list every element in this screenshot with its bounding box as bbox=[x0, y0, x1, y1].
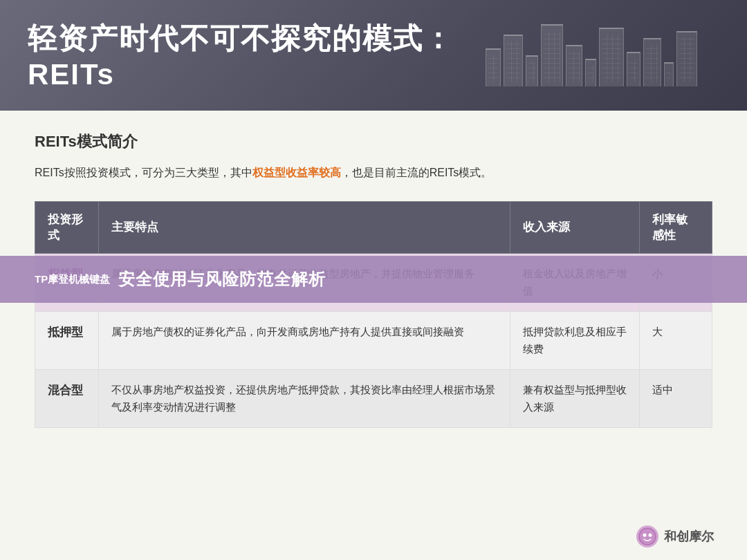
col-header-type: 投资形式 bbox=[35, 201, 99, 253]
footer-svg-icon bbox=[638, 527, 657, 546]
section-title: REITs模式简介 bbox=[35, 131, 712, 152]
table-row-mixed: 混合型 不仅从事房地产权益投资，还提供房地产抵押贷款，其投资比率由经理人根据市场… bbox=[35, 369, 712, 427]
svg-point-0 bbox=[639, 528, 656, 545]
building-10 bbox=[664, 62, 674, 86]
building-8 bbox=[627, 52, 640, 86]
building-2 bbox=[504, 35, 523, 86]
cell-mortgage-income: 抵押贷款利息及相应手续费 bbox=[510, 311, 639, 369]
cell-mixed-income: 兼有权益型与抵押型收入来源 bbox=[510, 369, 639, 427]
svg-point-2 bbox=[649, 534, 652, 537]
intro-text-highlight: 权益型收益率较高 bbox=[252, 167, 341, 178]
svg-point-1 bbox=[643, 534, 647, 537]
building-6 bbox=[585, 59, 596, 86]
col-header-income: 收入来源 bbox=[510, 201, 639, 253]
cell-mortgage-sensitivity: 大 bbox=[640, 311, 712, 369]
overlay-banner: TP摩登机械键盘 安全使用与风险防范全解析 bbox=[0, 256, 747, 303]
building-4 bbox=[541, 24, 563, 86]
building-7 bbox=[599, 28, 624, 86]
table-header-row: 投资形式 主要特点 收入来源 利率敏感性 bbox=[35, 201, 712, 253]
cell-mixed-feature: 不仅从事房地产权益投资，还提供房地产抵押贷款，其投资比率由经理人根据市场景气及利… bbox=[99, 369, 510, 427]
cell-mixed-type: 混合型 bbox=[35, 369, 99, 427]
building-9 bbox=[643, 38, 661, 86]
cell-mortgage-type: 抵押型 bbox=[35, 311, 99, 369]
col-header-feature: 主要特点 bbox=[99, 201, 510, 253]
header-title: 轻资产时代不可不探究的模式：REITs bbox=[28, 19, 484, 91]
intro-paragraph: REITs按照投资模式，可分为三大类型，其中权益型收益率较高，也是目前主流的RE… bbox=[35, 163, 712, 183]
footer: 和创摩尔 bbox=[636, 525, 714, 548]
reits-table: 投资形式 主要特点 收入来源 利率敏感性 权益型 属于房地产权益的证券化产品，拥… bbox=[35, 201, 712, 428]
building-11 bbox=[676, 31, 697, 86]
footer-label: 和创摩尔 bbox=[664, 528, 714, 545]
building-5 bbox=[566, 45, 582, 86]
building-3 bbox=[526, 55, 538, 86]
col-header-sensitivity: 利率敏感性 bbox=[640, 201, 712, 253]
overlay-text: 安全使用与风险防范全解析 bbox=[118, 268, 326, 290]
overlay-logo: TP摩登机械键盘 bbox=[35, 273, 110, 286]
intro-text-after: ，也是目前主流的REITs模式。 bbox=[341, 167, 492, 178]
building-1 bbox=[486, 48, 501, 86]
header: 轻资产时代不可不探究的模式：REITs bbox=[0, 0, 747, 111]
table-row-mortgage: 抵押型 属于房地产债权的证券化产品，向开发商或房地产持有人提供直接或间接融资 抵… bbox=[35, 311, 712, 369]
cell-mixed-sensitivity: 适中 bbox=[640, 369, 712, 427]
building-decoration bbox=[484, 24, 706, 86]
footer-icon bbox=[636, 525, 658, 548]
cell-mortgage-feature: 属于房地产债权的证券化产品，向开发商或房地产持有人提供直接或间接融资 bbox=[99, 311, 510, 369]
intro-text-before: REITs按照投资模式，可分为三大类型，其中 bbox=[35, 167, 252, 178]
